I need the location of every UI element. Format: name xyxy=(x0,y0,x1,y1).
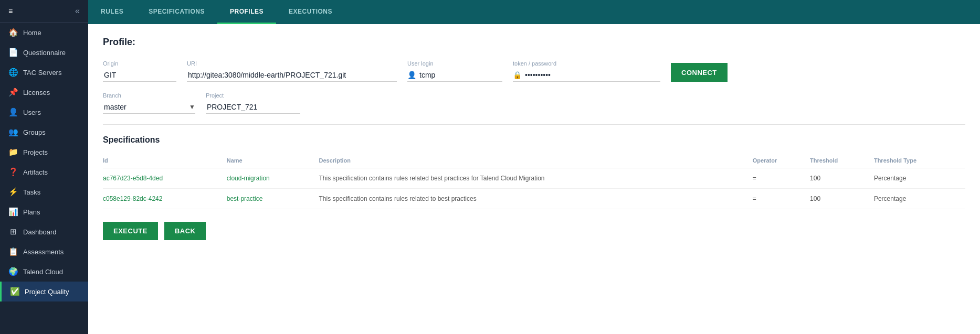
projects-icon: 📁 xyxy=(8,147,18,157)
project-quality-icon: ✅ xyxy=(10,287,19,296)
groups-icon: 👥 xyxy=(8,127,18,137)
uri-label: URI xyxy=(187,60,397,67)
sidebar-item-projects[interactable]: 📁 Projects xyxy=(0,142,88,162)
tab-rules[interactable]: RULES xyxy=(88,0,136,24)
back-button[interactable]: BACK xyxy=(164,222,206,240)
sidebar-item-label: Licenses xyxy=(23,89,50,96)
row1-threshold-type: Percentage xyxy=(874,168,965,189)
content-area: Profile: Origin URI User login 👤 token /… xyxy=(88,24,980,334)
sidebar-item-groups[interactable]: 👥 Groups xyxy=(0,122,88,142)
tab-specifications[interactable]: SPECIFICATIONS xyxy=(136,0,217,24)
row1-id[interactable]: ac767d23-e5d8-4ded xyxy=(103,168,227,189)
artifacts-icon: ❓ xyxy=(8,167,18,177)
project-field: Project xyxy=(206,92,300,114)
origin-input[interactable] xyxy=(103,69,176,82)
sidebar-item-tasks[interactable]: ⚡ Tasks xyxy=(0,182,88,202)
sidebar-item-label: TAC Servers xyxy=(23,69,61,77)
talend-cloud-icon: 🌍 xyxy=(8,267,18,276)
sidebar-item-tac-servers[interactable]: 🌐 TAC Servers xyxy=(0,62,88,82)
token-label: token / password xyxy=(513,60,660,67)
token-input[interactable] xyxy=(524,69,660,81)
sidebar-item-artifacts[interactable]: ❓ Artifacts xyxy=(0,162,88,182)
row2-description: This specification contains rules relate… xyxy=(319,189,753,209)
sidebar-item-plans[interactable]: 📊 Plans xyxy=(0,202,88,222)
home-icon: 🏠 xyxy=(8,28,18,37)
sidebar-item-label: Plans xyxy=(23,208,40,216)
questionnaire-icon: 📄 xyxy=(8,48,18,57)
profile-form-row1: Origin URI User login 👤 token / password… xyxy=(103,60,965,82)
collapse-button[interactable]: « xyxy=(75,6,80,16)
specifications-table: Id Name Description Operator Threshold T… xyxy=(103,153,965,209)
col-threshold: Threshold xyxy=(810,153,874,168)
connect-button[interactable]: CONNECT xyxy=(671,63,728,82)
sidebar-item-label: Assessments xyxy=(23,248,64,256)
licenses-icon: 📌 xyxy=(8,88,18,97)
specifications-heading: Specifications xyxy=(103,135,965,145)
sidebar-item-talend-cloud[interactable]: 🌍 Talend Cloud xyxy=(0,262,88,282)
row2-id[interactable]: c058e129-82dc-4242 xyxy=(103,189,227,209)
col-description: Description xyxy=(319,153,753,168)
sidebar: ≡ « 🏠 Home 📄 Questionnaire 🌐 TAC Servers… xyxy=(0,0,88,334)
origin-field: Origin xyxy=(103,60,176,82)
col-id: Id xyxy=(103,153,227,168)
uri-input[interactable] xyxy=(187,69,397,82)
sidebar-logo: ≡ « xyxy=(0,0,88,23)
table-body: ac767d23-e5d8-4ded cloud-migration This … xyxy=(103,168,965,209)
sidebar-item-label: Artifacts xyxy=(23,168,48,176)
sidebar-item-users[interactable]: 👤 Users xyxy=(0,102,88,122)
user-login-input[interactable] xyxy=(418,69,502,81)
profile-heading: Profile: xyxy=(103,37,965,48)
sidebar-item-questionnaire[interactable]: 📄 Questionnaire xyxy=(0,42,88,62)
sidebar-item-label: Users xyxy=(23,109,41,116)
plans-icon: 📊 xyxy=(8,207,18,217)
col-name: Name xyxy=(227,153,319,168)
branch-field: Branch master develop main ▼ xyxy=(103,92,195,114)
user-login-input-wrapper: 👤 xyxy=(407,69,502,82)
row2-name[interactable]: best-practice xyxy=(227,189,319,209)
col-operator: Operator xyxy=(753,153,810,168)
sidebar-item-label: Questionnaire xyxy=(23,49,66,57)
origin-label: Origin xyxy=(103,60,176,67)
sidebar-item-project-quality[interactable]: ✅ Project Quality xyxy=(0,282,88,301)
col-threshold-type: Threshold Type xyxy=(874,153,965,168)
logo-text: ≡ xyxy=(8,7,13,15)
dashboard-icon: ⊞ xyxy=(8,227,18,236)
table-header: Id Name Description Operator Threshold T… xyxy=(103,153,965,168)
token-field: token / password 🔒 xyxy=(513,60,660,82)
row1-name[interactable]: cloud-migration xyxy=(227,168,319,189)
execute-button[interactable]: EXECUTE xyxy=(103,222,158,240)
main-content: RULES SPECIFICATIONS PROFILES EXECUTIONS… xyxy=(88,0,980,334)
sidebar-item-label: Groups xyxy=(23,128,46,136)
project-input[interactable] xyxy=(206,101,300,114)
action-buttons: EXECUTE BACK xyxy=(103,222,965,240)
row2-operator: = xyxy=(753,189,810,209)
branch-select-wrapper: master develop main ▼ xyxy=(103,101,195,114)
sidebar-item-label: Tasks xyxy=(23,188,40,196)
uri-field: URI xyxy=(187,60,397,82)
top-navigation: RULES SPECIFICATIONS PROFILES EXECUTIONS xyxy=(88,0,980,24)
branch-label: Branch xyxy=(103,92,195,99)
sidebar-item-label: Dashboard xyxy=(23,228,57,236)
tab-profiles[interactable]: PROFILES xyxy=(217,0,276,24)
tab-executions[interactable]: EXECUTIONS xyxy=(276,0,345,24)
sidebar-item-label: Projects xyxy=(23,148,48,156)
assessments-icon: 📋 xyxy=(8,247,18,256)
sidebar-item-assessments[interactable]: 📋 Assessments xyxy=(0,242,88,262)
lock-icon: 🔒 xyxy=(513,71,522,79)
tac-servers-icon: 🌐 xyxy=(8,68,18,77)
sidebar-item-label: Home xyxy=(23,29,41,37)
row1-description: This specification contains rules relate… xyxy=(319,168,753,189)
profile-form-row2: Branch master develop main ▼ Project xyxy=(103,92,965,114)
sidebar-item-licenses[interactable]: 📌 Licenses xyxy=(0,82,88,102)
branch-select[interactable]: master develop main xyxy=(103,101,197,113)
row2-threshold-type: Percentage xyxy=(874,189,965,209)
sidebar-item-label: Talend Cloud xyxy=(23,268,63,276)
user-login-field: User login 👤 xyxy=(407,60,502,82)
row1-threshold: 100 xyxy=(810,168,874,189)
sidebar-item-label: Project Quality xyxy=(25,288,69,296)
sidebar-item-dashboard[interactable]: ⊞ Dashboard xyxy=(0,222,88,242)
table-row: c058e129-82dc-4242 best-practice This sp… xyxy=(103,189,965,209)
table-row: ac767d23-e5d8-4ded cloud-migration This … xyxy=(103,168,965,189)
sidebar-item-home[interactable]: 🏠 Home xyxy=(0,23,88,42)
row1-operator: = xyxy=(753,168,810,189)
